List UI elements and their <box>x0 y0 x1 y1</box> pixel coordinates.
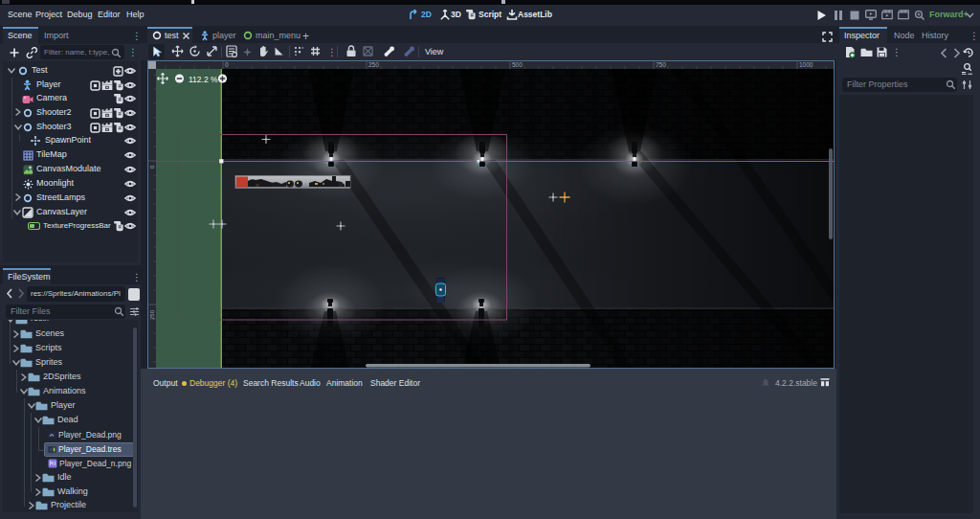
svg-text:250: 250 <box>368 61 379 68</box>
svg-text:0: 0 <box>225 61 229 68</box>
svg-text:1000: 1000 <box>799 61 813 68</box>
svg-text:500: 500 <box>512 61 523 68</box>
svg-text:112.2 %: 112.2 % <box>189 75 218 84</box>
svg-text:750: 750 <box>656 61 666 68</box>
svg-text:0: 0 <box>149 165 155 169</box>
svg-text:250: 250 <box>149 309 155 320</box>
